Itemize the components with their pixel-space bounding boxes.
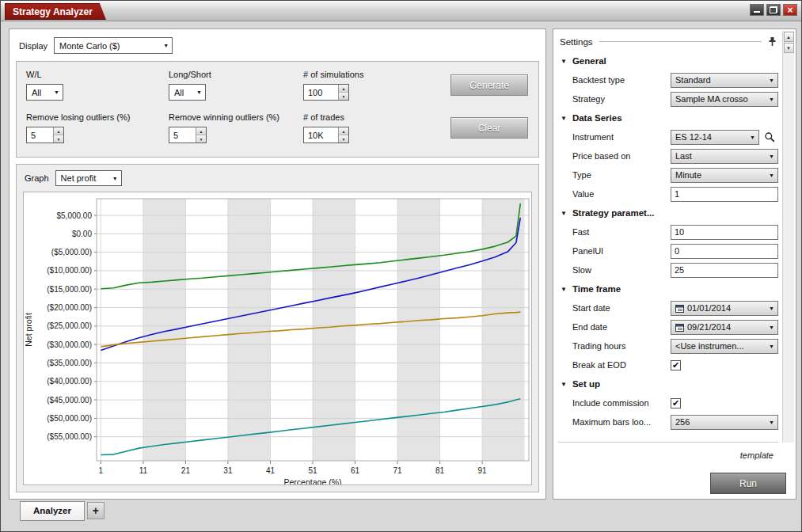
svg-text:11: 11 xyxy=(139,466,148,475)
pin-icon[interactable] xyxy=(768,36,777,47)
scroll-down-button[interactable]: ▼ xyxy=(784,43,794,53)
backtest-type-dropdown[interactable]: Standard▼ xyxy=(671,73,778,88)
graph-box: Graph Net profit ▼ $5,000.00$0.00($5,000… xyxy=(16,164,539,492)
svg-text:$5,000.00: $5,000.00 xyxy=(57,211,93,220)
setting-row-maximum-bars-look-back: Maximum bars loo...256▼ xyxy=(558,412,778,431)
setting-row-break-at-eod: Break at EOD✔ xyxy=(558,355,778,374)
type-dropdown[interactable]: Minute▼ xyxy=(671,168,778,183)
setting-row-instrument: InstrumentES 12-14▼ xyxy=(558,127,778,146)
display-row: Display Monte Carlo ($) ▼ xyxy=(19,37,173,54)
collapse-icon: ▼ xyxy=(561,115,567,122)
winning-outliers-spinner[interactable]: 5 ▲ ▼ xyxy=(169,127,207,143)
chevron-down-icon: ▼ xyxy=(769,325,774,330)
value-input[interactable] xyxy=(671,187,778,202)
header-divider xyxy=(599,41,762,42)
svg-text:1: 1 xyxy=(99,466,104,475)
window-controls: × xyxy=(750,4,797,16)
scroll-up-button[interactable]: ▲ xyxy=(784,32,794,42)
template-link[interactable]: template xyxy=(740,450,773,460)
collapse-icon: ▼ xyxy=(561,381,567,388)
svg-text:21: 21 xyxy=(181,466,191,475)
chevron-down-icon: ▼ xyxy=(750,135,755,140)
price-based-on-dropdown[interactable]: Last▼ xyxy=(671,149,778,164)
losing-outliers-spinner[interactable]: 5 ▲ ▼ xyxy=(26,127,64,143)
panelui-input[interactable] xyxy=(671,244,778,259)
fast-input[interactable] xyxy=(671,225,778,240)
slow-input[interactable] xyxy=(671,263,778,278)
strategy-analyzer-window: Strategy Analyzer × Display Monte Carlo … xyxy=(0,0,802,532)
setting-row-include-commission: Include commission✔ xyxy=(558,393,778,412)
clear-button[interactable]: Clear xyxy=(450,117,528,139)
spin-up-icon[interactable]: ▲ xyxy=(339,85,348,93)
simulations-spinner[interactable]: 100 ▲ ▼ xyxy=(303,84,349,101)
chevron-down-icon: ▼ xyxy=(769,420,774,425)
svg-text:41: 41 xyxy=(266,466,276,475)
svg-text:($55,000.00): ($55,000.00) xyxy=(47,432,92,441)
close-button[interactable]: × xyxy=(783,4,797,16)
break-at-eod-checkbox[interactable]: ✔ xyxy=(671,360,681,370)
long-short-dropdown[interactable]: All ▼ xyxy=(169,84,206,101)
setting-row-panelui: PanelUI xyxy=(558,241,778,260)
bottom-tab-bar: Analyzer + xyxy=(1,501,801,528)
svg-text:($25,000.00): ($25,000.00) xyxy=(47,321,92,330)
run-button[interactable]: Run xyxy=(710,473,786,494)
graph-row: Graph Net profit ▼ xyxy=(25,170,122,186)
setting-row-slow: Slow xyxy=(558,260,778,279)
search-icon[interactable] xyxy=(764,131,776,143)
spin-up-icon[interactable]: ▲ xyxy=(196,127,206,135)
spin-up-icon[interactable]: ▲ xyxy=(339,127,348,135)
svg-text:($45,000.00): ($45,000.00) xyxy=(47,396,92,405)
instrument-dropdown[interactable]: ES 12-14▼ xyxy=(671,130,759,145)
display-dropdown[interactable]: Monte Carlo ($) ▼ xyxy=(54,37,173,54)
restore-button[interactable] xyxy=(766,4,781,16)
svg-text:($10,000.00): ($10,000.00) xyxy=(47,266,92,275)
generate-button[interactable]: Generate xyxy=(450,74,528,96)
spin-down-icon[interactable]: ▼ xyxy=(339,93,348,100)
settings-section-data-series[interactable]: ▼Data Series xyxy=(558,108,778,127)
trading-hours-dropdown[interactable]: <Use instrumen...▼ xyxy=(671,339,778,354)
graph-dropdown[interactable]: Net profit ▼ xyxy=(55,170,122,186)
include-commission-checkbox[interactable]: ✔ xyxy=(671,398,681,408)
titlebar[interactable]: Strategy Analyzer × xyxy=(1,1,801,21)
svg-text:Net profit: Net profit xyxy=(24,313,33,347)
svg-text:($40,000.00): ($40,000.00) xyxy=(47,377,92,386)
settings-scrollbar[interactable]: ▲ ▼ xyxy=(782,31,794,443)
collapse-icon: ▼ xyxy=(561,210,567,217)
spin-down-icon[interactable]: ▼ xyxy=(196,135,206,142)
window-title: Strategy Analyzer xyxy=(5,3,106,20)
svg-text:($35,000.00): ($35,000.00) xyxy=(47,359,92,367)
add-tab-button[interactable]: + xyxy=(87,502,105,519)
property-grid: ▼GeneralBacktest typeStandard▼StrategySa… xyxy=(558,51,778,443)
setting-row-value: Value xyxy=(558,184,778,203)
wl-dropdown[interactable]: All ▼ xyxy=(26,84,63,101)
chevron-down-icon: ▼ xyxy=(769,78,774,83)
svg-text:($20,000.00): ($20,000.00) xyxy=(47,303,92,312)
settings-section-set-up[interactable]: ▼Set up xyxy=(558,374,778,393)
spin-down-icon[interactable]: ▼ xyxy=(54,135,63,142)
tab-analyzer[interactable]: Analyzer xyxy=(20,501,85,521)
strategy-dropdown[interactable]: Sample MA crosso▼ xyxy=(671,92,778,107)
svg-text:61: 61 xyxy=(351,466,360,475)
chevron-down-icon: ▼ xyxy=(769,173,774,178)
spin-down-icon[interactable]: ▼ xyxy=(339,135,348,142)
trades-spinner[interactable]: 10K ▲ ▼ xyxy=(303,127,349,143)
monte-carlo-options-box: W/L Long/Short # of simulations All ▼ Al… xyxy=(16,61,539,158)
settings-section-general[interactable]: ▼General xyxy=(558,51,778,70)
chevron-down-icon: ▼ xyxy=(196,89,202,95)
settings-section-time-frame[interactable]: ▼Time frame xyxy=(558,279,778,298)
svg-text:$0.00: $0.00 xyxy=(72,230,92,238)
settings-section-strategy-paramet-[interactable]: ▼Strategy paramet... xyxy=(558,203,778,222)
monte-carlo-chart: $5,000.00$0.00($5,000.00)($10,000.00)($1… xyxy=(24,192,531,485)
spin-up-icon[interactable]: ▲ xyxy=(54,127,63,135)
collapse-icon: ▼ xyxy=(561,286,567,293)
svg-text:81: 81 xyxy=(435,466,445,475)
end-date-picker[interactable]: 09/21/2014▼ xyxy=(671,320,778,335)
chevron-down-icon: ▼ xyxy=(769,97,774,102)
minimize-button[interactable] xyxy=(750,4,764,16)
graph-label: Graph xyxy=(25,173,49,183)
start-date-picker[interactable]: 01/01/2014▼ xyxy=(671,301,778,316)
setting-row-backtest-type: Backtest typeStandard▼ xyxy=(558,70,778,89)
maximum-bars-look-back-dropdown[interactable]: 256▼ xyxy=(671,415,778,430)
setting-row-fast: Fast xyxy=(558,222,778,241)
settings-header: Settings xyxy=(560,35,777,48)
